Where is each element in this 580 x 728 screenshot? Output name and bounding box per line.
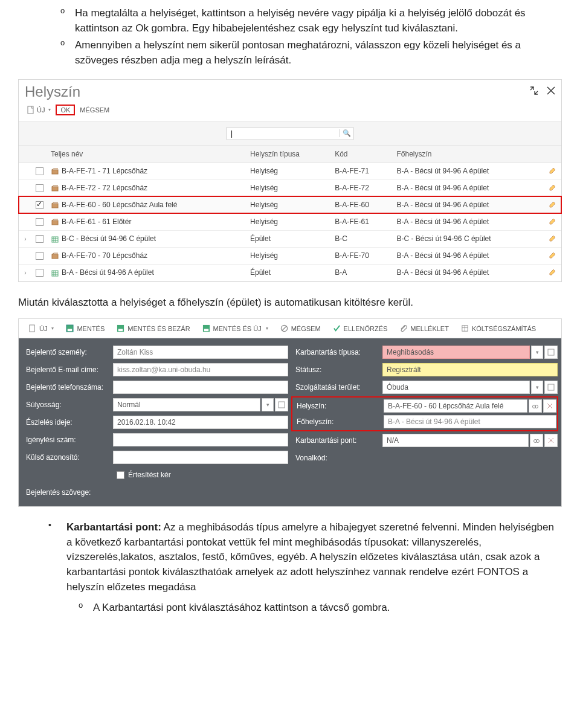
type-input[interactable]: Meghibásodás [382, 346, 530, 359]
attachment-button[interactable]: MELLÉKLET [395, 323, 454, 334]
edit-icon[interactable] [548, 183, 556, 192]
table-row[interactable]: ›B-A - Bécsi út 94-96 A épületÉpületB-AB… [19, 264, 561, 281]
binoculars-icon[interactable] [529, 399, 542, 413]
tb-label: ELLENŐRZÉS [344, 325, 388, 332]
building-icon [51, 269, 59, 277]
svg-rect-27 [118, 329, 123, 332]
bullet-marker: o [79, 601, 93, 616]
location-input[interactable]: B-A-FE-60 - 60 Lépcsőház Aula felé [384, 399, 527, 413]
svg-rect-23 [30, 325, 34, 332]
cost-button[interactable]: KÖLTSÉGSZÁMÍTÁS [456, 323, 541, 334]
status-label: Státusz: [292, 366, 382, 374]
external-label: Külső azonosító: [22, 453, 113, 462]
row-checkbox[interactable] [36, 184, 44, 192]
col-main[interactable]: Főhelyszín [393, 145, 545, 163]
external-input[interactable] [113, 451, 288, 464]
expand-icon[interactable]: › [22, 236, 28, 242]
bullet-text: Amennyiben a helyszínt nem sikerül ponto… [75, 38, 562, 68]
row-checkbox[interactable] [36, 252, 44, 260]
paragraph: Miután kiválasztotta a helyiséget a főhe… [18, 295, 562, 311]
person-input[interactable]: Zoltán Kiss [113, 346, 288, 359]
lookup-icon[interactable] [544, 346, 558, 359]
binoculars-icon[interactable] [530, 434, 543, 447]
lookup-icon[interactable] [544, 381, 558, 394]
phone-input[interactable] [113, 381, 288, 394]
area-input[interactable]: Óbuda [382, 381, 530, 394]
table-row[interactable]: B-A-FE-60 - 60 Lépcsőház Aula feléHelyis… [19, 196, 561, 213]
edit-icon[interactable] [548, 200, 556, 208]
severity-input[interactable]: Normál [113, 398, 260, 411]
notify-label: Értesítést kér [128, 471, 171, 479]
table-row[interactable]: B-A-FE-61 - 61 ElőtérHelyiségB-A-FE-61B-… [19, 213, 561, 230]
point-input[interactable]: N/A [382, 434, 529, 447]
bullet-marker: • [48, 520, 66, 594]
edit-icon[interactable] [548, 268, 556, 276]
status-input[interactable]: Regisztrált [382, 363, 558, 376]
table-row[interactable]: ›B-C - Bécsi út 94-96 C épületÉpületB-CB… [19, 230, 561, 247]
row-checkbox[interactable] [36, 201, 44, 209]
search-field[interactable]: 🔍 [227, 127, 353, 140]
room-icon [51, 253, 59, 260]
form-screenshot: ÚJ ▾ MENTÉS MENTÉS ÉS BEZÁR MENTÉS ÉS ÚJ… [18, 318, 562, 507]
clear-icon[interactable] [543, 399, 556, 413]
svg-line-31 [282, 326, 286, 330]
mainlocation-input: B-A - Bécsi út 94-96 A épület [384, 415, 556, 428]
row-checkbox[interactable] [36, 269, 44, 277]
bullet-item: o Amennyiben a helyszínt nem sikerül pon… [60, 38, 562, 68]
edit-icon[interactable] [548, 217, 556, 225]
table-row[interactable]: B-A-FE-71 - 71 LépcsőházHelyiségB-A-FE-7… [19, 163, 561, 179]
edit-icon[interactable] [548, 166, 556, 175]
tb-label: KÖLTSÉGSZÁMÍTÁS [472, 325, 536, 332]
svg-rect-25 [68, 329, 72, 332]
svg-rect-5 [52, 204, 58, 208]
edit-icon[interactable] [548, 234, 556, 242]
tb-label: MENTÉS [77, 325, 105, 332]
expand-icon[interactable] [530, 86, 538, 97]
new-label: ÚJ [37, 106, 45, 114]
table-row[interactable]: B-A-FE-70 - 70 LépcsőházHelyiségB-A-FE-7… [19, 247, 561, 264]
edit-icon[interactable] [548, 251, 556, 259]
row-checkbox[interactable] [36, 235, 44, 243]
bullet-text: A Karbantartási pont kiválasztásához kat… [93, 601, 390, 616]
search-input[interactable] [227, 127, 340, 140]
svg-rect-29 [204, 329, 208, 332]
close-icon[interactable] [547, 86, 555, 97]
save-new-button[interactable]: MENTÉS ÉS ÚJ ▾ [198, 323, 273, 334]
row-checkbox[interactable] [36, 167, 44, 175]
col-type[interactable]: Helyszín típusa [246, 145, 331, 163]
tb-label: MÉGSEM [291, 325, 321, 332]
table-row[interactable]: B-A-FE-72 - 72 LépcsőházHelyiségB-A-FE-7… [19, 179, 561, 196]
lookup-icon[interactable] [275, 398, 288, 411]
svg-rect-0 [28, 106, 33, 114]
bullet-text: Ha megtalálta a helyiséget, kattintson a… [75, 6, 562, 36]
dropdown-icon[interactable]: ▾ [531, 381, 543, 394]
request-label: Igénylési szám: [22, 436, 113, 444]
expand-icon[interactable]: › [22, 269, 28, 276]
notify-checkbox[interactable] [117, 471, 124, 479]
dropdown-icon[interactable]: ▾ [531, 346, 543, 359]
save-close-button[interactable]: MENTÉS ÉS BEZÁR [112, 323, 195, 334]
email-input[interactable]: kiss.zoltan@ka.uni-obuda.hu [113, 363, 288, 376]
bold-label: Karbantartási pont: [66, 521, 161, 533]
request-input[interactable] [113, 433, 288, 446]
col-name[interactable]: Teljes név [47, 145, 246, 163]
check-button[interactable]: ELLENŐRZÉS [328, 323, 393, 334]
new-button[interactable]: ÚJ ▾ [22, 104, 56, 116]
cancel-button[interactable]: MÉGSEM [276, 323, 326, 334]
clear-icon[interactable] [544, 434, 558, 447]
new-button[interactable]: ÚJ ▾ [24, 323, 59, 334]
building-icon [51, 236, 59, 243]
detect-input[interactable]: 2016.02.18. 10:42 [113, 416, 288, 429]
svg-rect-15 [52, 254, 58, 259]
bullet-item: o Ha megtalálta a helyiséget, kattintson… [60, 6, 562, 36]
col-code[interactable]: Kód [331, 145, 393, 163]
cancel-button[interactable]: MÉGSEM [75, 105, 114, 115]
search-icon[interactable]: 🔍 [340, 129, 353, 137]
tb-label: MENTÉS ÉS BEZÁR [127, 325, 190, 332]
tb-label: MENTÉS ÉS ÚJ [213, 325, 262, 332]
svg-rect-17 [52, 271, 58, 276]
dropdown-icon[interactable]: ▾ [262, 398, 274, 411]
save-button[interactable]: MENTÉS [61, 323, 109, 334]
ok-button[interactable]: OK [56, 105, 75, 115]
row-checkbox[interactable] [36, 218, 44, 226]
